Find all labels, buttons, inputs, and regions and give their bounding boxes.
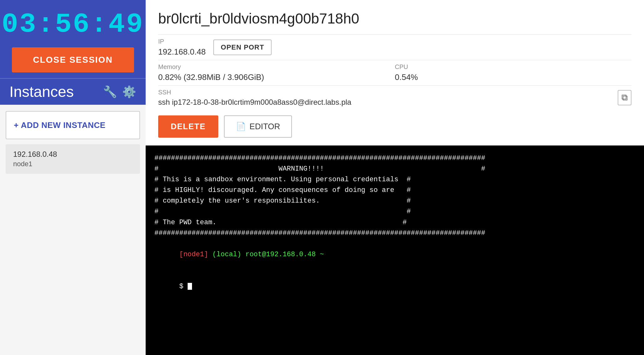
terminal-dollar-line: $ [154,271,635,303]
cpu-value: 0.54% [395,72,632,82]
terminal-line-6: # The PWD team. # [154,217,635,228]
ip-value: 192.168.0.48 [158,47,206,57]
terminal-cursor [188,283,192,290]
ssh-value: ssh ip172-18-0-38-br0lcrtim9m000a8ass0@d… [158,98,440,107]
instance-details: br0lcrti_br0ldviosm4g00b718h0 IP 192.168… [146,0,644,146]
memory-section: Memory 0.82% (32.98MiB / 3.906GiB) [158,60,395,85]
instances-header: Instances 🔧 ⚙️ [0,78,146,105]
instance-name: br0lcrti_br0ldviosm4g00b718h0 [158,10,631,27]
gear-icon[interactable]: ⚙️ [122,85,136,98]
wrench-icon[interactable]: 🔧 [103,85,117,98]
sidebar-content: + ADD NEW INSTANCE 192.168.0.48 node1 [0,105,146,355]
terminal-line-7: ########################################… [154,228,635,239]
prompt-local: (local) root@192.168.0.48 ~ [212,251,324,258]
prompt-node: [node1] [179,251,212,258]
ssh-row: SSH ssh ip172-18-0-38-br0lcrtim9m000a8as… [158,85,631,110]
editor-file-icon: 📄 [236,122,246,131]
close-session-button[interactable]: CLOSE SESSION [12,47,134,72]
instance-node: node1 [13,160,132,168]
cpu-label: CPU [395,63,632,71]
terminal-line-3: # is HIGHLY! discouraged. Any consequenc… [154,185,635,196]
copy-icon[interactable]: ⧉ [618,90,631,105]
editor-label: EDITOR [250,122,280,131]
instances-title: Instances [9,83,74,100]
editor-button[interactable]: 📄 EDITOR [224,115,292,138]
delete-button[interactable]: DELETE [158,115,218,138]
memory-label: Memory [158,63,395,71]
terminal-prompt-line: [node1] (local) root@192.168.0.48 ~ [154,239,635,271]
terminal-line-0: ########################################… [154,153,635,164]
terminal-line-2: # This is a sandbox environment. Using p… [154,174,635,185]
timer-display: 03:56:49 [0,0,146,47]
prompt-dollar: $ [179,283,187,290]
memory-value: 0.82% (32.98MiB / 3.906GiB) [158,72,395,82]
ip-label: IP [158,38,206,45]
cpu-section: CPU 0.54% [395,60,632,85]
open-port-button[interactable]: OPEN PORT [213,40,272,55]
terminal[interactable]: ########################################… [146,146,644,355]
add-new-instance-button[interactable]: + ADD NEW INSTANCE [6,111,140,139]
details-grid: Memory 0.82% (32.98MiB / 3.906GiB) CPU 0… [158,60,631,85]
terminal-line-4: # completely the user's responsibilites.… [154,196,635,206]
sidebar: 03:56:49 CLOSE SESSION Instances 🔧 ⚙️ + … [0,0,146,355]
ssh-label: SSH [158,89,613,96]
instance-item[interactable]: 192.168.0.48 node1 [6,144,140,174]
main-panel: br0lcrti_br0ldviosm4g00b718h0 IP 192.168… [146,0,644,355]
terminal-line-1: # WARNING!!!! # [154,164,635,174]
terminal-line-5: # # [154,206,635,217]
instance-ip: 192.168.0.48 [13,150,132,159]
action-buttons: DELETE 📄 EDITOR [158,115,631,138]
ip-row: IP 192.168.0.48 OPEN PORT [158,34,631,60]
instances-icons: 🔧 ⚙️ [103,85,136,98]
